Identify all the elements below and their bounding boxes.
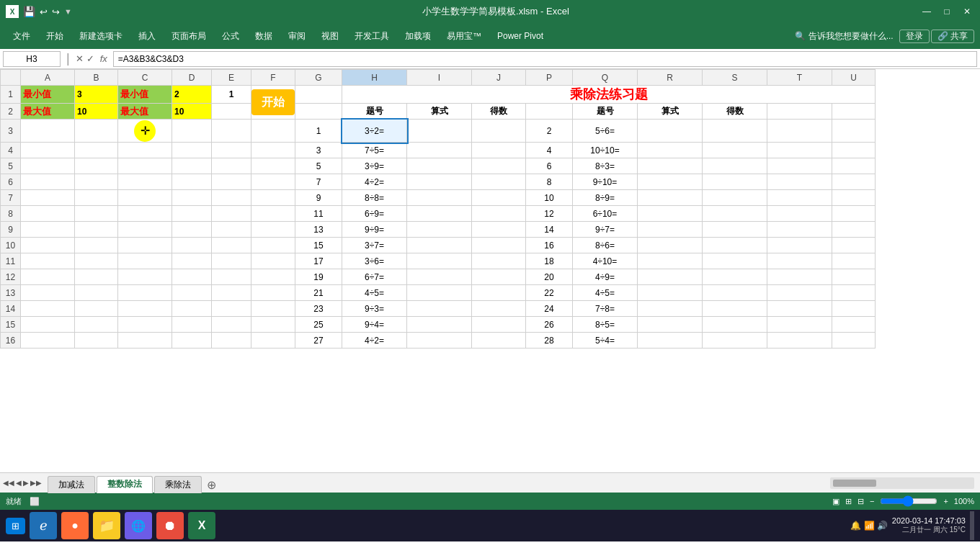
col-header-f[interactable]: F <box>251 70 295 86</box>
zoom-in-btn[interactable]: + <box>943 497 948 505</box>
col-header-u[interactable]: U <box>832 70 876 86</box>
cell-r5-answer[interactable] <box>638 158 703 174</box>
menu-review[interactable]: 审阅 <box>281 27 313 45</box>
cell-i8-answer[interactable] <box>407 206 472 222</box>
col-header-s[interactable]: S <box>703 70 767 86</box>
save-icon[interactable]: 💾 <box>23 6 35 17</box>
menu-easytool[interactable]: 易用宝™ <box>440 27 489 45</box>
cell-h5-formula[interactable]: 3÷9= <box>342 158 407 174</box>
cell-h13-formula[interactable]: 4÷5= <box>342 285 407 301</box>
cell-h10-formula[interactable]: 3÷7= <box>342 238 407 253</box>
col-header-b[interactable]: B <box>75 70 118 86</box>
undo-icon[interactable]: ↩ <box>40 6 48 17</box>
share-btn[interactable]: 🔗 共享 <box>931 30 974 43</box>
cell-q14-formula[interactable]: 7÷8= <box>573 301 638 317</box>
cell-q9-formula[interactable]: 9÷7= <box>573 222 638 238</box>
menu-power-pivot[interactable]: Power Pivot <box>490 28 551 44</box>
sheet-scroll-next[interactable]: ▶ <box>23 479 29 487</box>
cell-r11-answer[interactable] <box>638 253 703 269</box>
col-header-q[interactable]: Q <box>573 70 638 86</box>
cell-r4-answer[interactable] <box>638 143 703 158</box>
cell-r15-answer[interactable] <box>638 317 703 333</box>
cell-g3-num[interactable]: 1 <box>295 120 342 143</box>
row-header-8[interactable]: 8 <box>1 206 21 222</box>
cell-b2[interactable]: 10 <box>75 104 118 120</box>
cell-g2[interactable] <box>295 104 342 120</box>
cell-p16-num[interactable]: 28 <box>526 333 573 349</box>
cell-f1[interactable]: 开始 <box>251 86 295 120</box>
cell-p3-num[interactable]: 2 <box>526 120 573 143</box>
row-header-11[interactable]: 11 <box>1 253 21 269</box>
cell-q4-formula[interactable]: 10÷10= <box>573 143 638 158</box>
col-header-p[interactable]: P <box>526 70 573 86</box>
cell-g8-num[interactable]: 11 <box>295 206 342 222</box>
cell-c1[interactable]: 最小值 <box>118 86 172 104</box>
menu-insert[interactable]: 插入 <box>131 27 163 45</box>
col-header-h[interactable]: H <box>342 70 407 86</box>
cell-p5-num[interactable]: 6 <box>526 158 573 174</box>
cell-q16-formula[interactable]: 5÷4= <box>573 333 638 349</box>
view-page-break-icon[interactable]: ⊟ <box>858 497 864 506</box>
search-box[interactable]: 🔍 告诉我您想要做什么... <box>790 30 897 42</box>
cell-p11-num[interactable]: 18 <box>526 253 573 269</box>
col-header-e[interactable]: E <box>212 70 251 86</box>
cell-e1[interactable]: 1 <box>212 86 251 104</box>
cell-i13-answer[interactable] <box>407 285 472 301</box>
start-button-taskbar[interactable]: ⊞ <box>6 518 25 534</box>
cell-c2[interactable]: 最大值 <box>118 104 172 120</box>
col-header-corner[interactable] <box>1 70 21 86</box>
cell-p8-num[interactable]: 12 <box>526 206 573 222</box>
cancel-formula-icon[interactable]: ✕ <box>76 53 84 64</box>
cell-g5-num[interactable]: 5 <box>295 158 342 174</box>
cell-q5-formula[interactable]: 8÷3= <box>573 158 638 174</box>
menu-home[interactable]: 开始 <box>39 27 71 45</box>
quick-access-more[interactable]: ▼ <box>64 7 72 16</box>
cell-g4-num[interactable]: 3 <box>295 143 342 158</box>
taskbar-app-excel[interactable]: X <box>188 512 215 539</box>
cell-p10-num[interactable]: 16 <box>526 238 573 253</box>
menu-page-layout[interactable]: 页面布局 <box>164 27 213 45</box>
cell-h8-formula[interactable]: 6÷9= <box>342 206 407 222</box>
cell-p15-num[interactable]: 26 <box>526 317 573 333</box>
row-header-5[interactable]: 5 <box>1 158 21 174</box>
cell-h11-formula[interactable]: 3÷6= <box>342 253 407 269</box>
cell-r13-answer[interactable] <box>638 285 703 301</box>
taskbar-app-record[interactable]: ⏺ <box>156 512 184 539</box>
confirm-formula-icon[interactable]: ✓ <box>86 53 94 64</box>
menu-addins[interactable]: 加载项 <box>398 27 438 45</box>
cell-e2[interactable] <box>212 104 251 120</box>
col-header-t[interactable]: T <box>767 70 832 86</box>
row-header-3[interactable]: 3 <box>1 120 21 143</box>
cell-c3[interactable]: ✛ <box>118 120 172 143</box>
cell-g1[interactable] <box>295 86 342 104</box>
cell-r12-answer[interactable] <box>638 269 703 285</box>
col-header-d[interactable]: D <box>172 70 212 86</box>
view-normal-icon[interactable]: ▣ <box>832 497 839 506</box>
taskbar-app-files[interactable]: 📁 <box>93 512 120 539</box>
cell-g9-num[interactable]: 13 <box>295 222 342 238</box>
redo-icon[interactable]: ↪ <box>52 6 60 17</box>
cell-g14-num[interactable]: 23 <box>295 301 342 317</box>
start-button[interactable]: 开始 <box>251 89 295 115</box>
cell-r9-answer[interactable] <box>638 222 703 238</box>
cell-r2-answer[interactable]: 得数 <box>703 104 767 120</box>
fx-icon[interactable]: fx <box>97 53 110 64</box>
cell-p4-num[interactable]: 4 <box>526 143 573 158</box>
view-layout-icon[interactable]: ⊞ <box>845 497 852 506</box>
cell-h7-formula[interactable]: 8÷8= <box>342 190 407 206</box>
cell-q13-formula[interactable]: 4÷5= <box>573 285 638 301</box>
row-header-7[interactable]: 7 <box>1 190 21 206</box>
zoom-slider[interactable] <box>880 495 937 507</box>
row-header-4[interactable]: 4 <box>1 143 21 158</box>
cell-g6-num[interactable]: 7 <box>295 174 342 190</box>
close-btn[interactable]: ✕ <box>960 4 974 19</box>
row-header-6[interactable]: 6 <box>1 174 21 190</box>
cell-g11-num[interactable]: 17 <box>295 253 342 269</box>
cell-i6-answer[interactable] <box>407 174 472 190</box>
cell-g15-num[interactable]: 25 <box>295 317 342 333</box>
login-btn[interactable]: 登录 <box>899 30 930 43</box>
col-header-i[interactable]: I <box>407 70 472 86</box>
name-box[interactable] <box>3 51 61 67</box>
cell-r3-answer[interactable] <box>638 120 703 143</box>
cell-i10-answer[interactable] <box>407 238 472 253</box>
